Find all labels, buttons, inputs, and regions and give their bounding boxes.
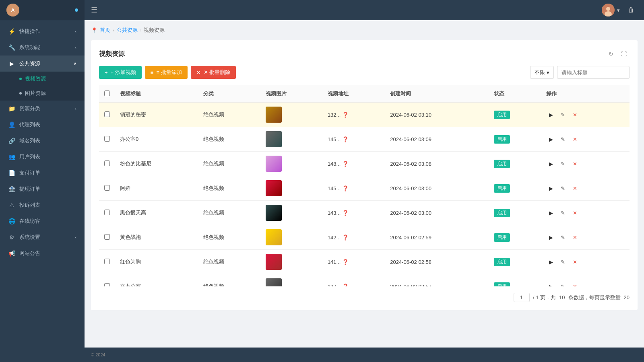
play-button[interactable]: ▶ [546, 110, 556, 119]
edit-button[interactable]: ✎ [558, 134, 568, 144]
search-input[interactable] [557, 66, 630, 79]
row-checkbox[interactable] [104, 136, 110, 142]
help-icon[interactable]: ❓ [342, 161, 349, 167]
url-text: 141... [328, 259, 341, 265]
help-icon[interactable]: ❓ [342, 284, 349, 287]
row-checkbox[interactable] [104, 259, 110, 264]
add-video-button[interactable]: + + 添加视频 [99, 66, 142, 79]
breadcrumb: 📍 首页 › 公共资源 › 视频资源 [91, 27, 638, 34]
batch-add-button[interactable]: ≡ ≡ 批量添加 [145, 66, 188, 79]
notice-icon: 📢 [8, 250, 15, 257]
delete-button[interactable]: ✕ [570, 159, 580, 169]
help-icon[interactable]: ❓ [342, 136, 349, 142]
sidebar-item-user-list[interactable]: 👥 用户列表 [0, 149, 85, 165]
breadcrumb-home[interactable]: 首页 [100, 27, 110, 34]
play-button[interactable]: ▶ [546, 134, 556, 144]
status-badge: 启用 [494, 160, 510, 168]
hamburger-icon[interactable]: ☰ [91, 6, 97, 14]
help-icon[interactable]: ❓ [342, 112, 349, 118]
sidebar-item-agent-list[interactable]: 👤 代理列表 [0, 117, 85, 133]
topbar-right: ▾ 🗑 [602, 4, 638, 16]
sidebar-label-public-res: 公共资源 [19, 60, 40, 67]
thumbnail [266, 205, 282, 221]
edit-button[interactable]: ✎ [558, 183, 568, 193]
sidebar-item-quick-ops[interactable]: ⚡ 快捷操作 ‹ [0, 23, 85, 39]
row-checkbox[interactable] [104, 185, 110, 191]
play-button[interactable]: ▶ [546, 208, 556, 218]
url-text: 137... [328, 284, 341, 287]
row-url: 148... ❓ [323, 152, 385, 176]
action-buttons: ▶ ✎ ✕ [546, 159, 625, 169]
help-icon[interactable]: ❓ [342, 210, 349, 216]
delete-button[interactable]: ✕ [570, 208, 580, 218]
row-checkbox-cell [99, 225, 115, 250]
row-created: 2024-06-02 03:09 [385, 127, 489, 152]
filter-select[interactable]: 不限 ▾ [530, 66, 554, 79]
edit-button[interactable]: ✎ [558, 232, 568, 242]
page-number-input[interactable] [514, 293, 530, 302]
edit-button[interactable]: ✎ [558, 110, 568, 119]
help-icon[interactable]: ❓ [342, 259, 349, 265]
play-button[interactable]: ▶ [546, 257, 556, 267]
play-button[interactable]: ▶ [546, 159, 556, 169]
sidebar-label-pay: 支付订单 [19, 169, 40, 177]
sidebar-item-img-res[interactable]: 图片资源 [0, 86, 85, 101]
delete-button[interactable]: ✕ [570, 183, 580, 193]
row-category: 绝色视频 [198, 225, 260, 250]
row-thumb [261, 201, 323, 225]
table-wrap: 视频标题 分类 视频图片 视频地址 创建时间 状态 操作 [99, 85, 630, 286]
row-title: 黄色战袍 [115, 225, 198, 250]
sidebar-item-sys-func[interactable]: 🔧 系统功能 ‹ [0, 39, 85, 56]
play-button[interactable]: ▶ [546, 183, 556, 193]
toolbar-right: 不限 ▾ [530, 66, 630, 79]
sidebar-nav: ⚡ 快捷操作 ‹ 🔧 系统功能 ‹ ▶ 公共资源 ∨ 视频资源 图片资源 📁 [0, 20, 85, 362]
select-all-checkbox[interactable] [104, 90, 110, 96]
play-button[interactable]: ▶ [546, 232, 556, 242]
user-menu[interactable]: ▾ [602, 4, 620, 16]
row-checkbox[interactable] [104, 160, 110, 166]
edit-button[interactable]: ✎ [558, 282, 568, 286]
sidebar-item-complaint[interactable]: ⚠ 投诉列表 [0, 197, 85, 213]
delete-button[interactable]: ✕ [570, 110, 580, 119]
refresh-button[interactable]: ↻ [605, 48, 617, 60]
delete-button[interactable]: ✕ [570, 282, 580, 286]
sidebar-item-public-res[interactable]: ▶ 公共资源 ∨ [0, 56, 85, 72]
edit-button[interactable]: ✎ [558, 257, 568, 267]
sidebar-item-sys-settings[interactable]: ⚙ 系统设置 ‹ [0, 229, 85, 245]
sidebar-item-res-category[interactable]: 📁 资源分类 ‹ [0, 101, 85, 117]
row-checkbox[interactable] [104, 210, 110, 215]
edit-button[interactable]: ✎ [558, 208, 568, 218]
col-category: 分类 [198, 85, 260, 103]
batch-delete-button[interactable]: ✕ ✕ 批量删除 [191, 66, 236, 79]
delete-button[interactable]: ✕ [570, 232, 580, 242]
page-title: 视频资源 [99, 50, 125, 58]
col-title: 视频标题 [115, 85, 198, 103]
sidebar-item-online-visit[interactable]: 🌐 在线访客 [0, 213, 85, 229]
row-checkbox[interactable] [104, 283, 110, 287]
thumbnail [266, 254, 282, 270]
trash-icon[interactable]: 🗑 [625, 4, 638, 16]
row-checkbox[interactable] [104, 234, 110, 240]
action-buttons: ▶ ✎ ✕ [546, 282, 625, 286]
sidebar-item-video-res[interactable]: 视频资源 [0, 72, 85, 86]
sidebar-item-domain-list[interactable]: 🔗 域名列表 [0, 133, 85, 149]
breadcrumb-public-res[interactable]: 公共资源 [117, 27, 138, 34]
sys-func-icon: 🔧 [8, 44, 15, 51]
sidebar-item-pay-order[interactable]: 📄 支付订单 [0, 165, 85, 181]
edit-button[interactable]: ✎ [558, 159, 568, 169]
chevron-right-icon-4: ‹ [75, 235, 76, 240]
res-category-icon: 📁 [8, 105, 15, 112]
sidebar-label-notice: 网站公告 [19, 250, 40, 257]
row-checkbox[interactable] [104, 111, 110, 117]
avatar [602, 4, 615, 16]
fullscreen-button[interactable]: ⛶ [618, 48, 630, 60]
sidebar-item-withdraw[interactable]: 🏦 提现订单 [0, 181, 85, 197]
delete-button[interactable]: ✕ [570, 134, 580, 144]
play-button[interactable]: ▶ [546, 282, 556, 286]
help-icon[interactable]: ❓ [342, 185, 349, 191]
quick-ops-icon: ⚡ [8, 28, 15, 35]
sidebar-item-site-notice[interactable]: 📢 网站公告 [0, 245, 85, 261]
topbar-left: ☰ [91, 6, 97, 14]
help-icon[interactable]: ❓ [342, 234, 349, 241]
delete-button[interactable]: ✕ [570, 257, 580, 267]
